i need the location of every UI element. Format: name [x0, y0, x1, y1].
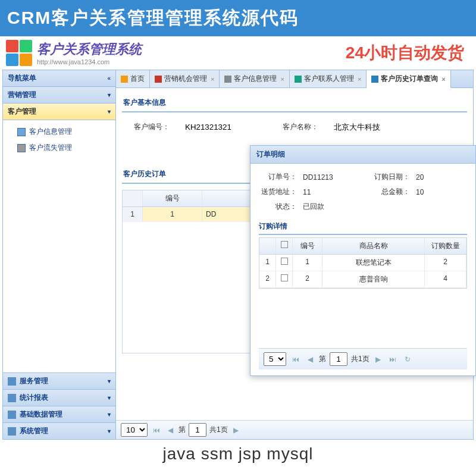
refresh-icon[interactable]: ↻	[402, 354, 413, 365]
home-icon	[121, 76, 128, 83]
row-checkbox[interactable]	[281, 258, 288, 265]
tab-marketing[interactable]: 营销机会管理×	[150, 70, 220, 87]
chevron-down-icon: ▾	[108, 92, 111, 98]
order-items-section: 订购详情	[259, 219, 467, 235]
customer-icon	[224, 76, 231, 83]
logo-url: http://www.java1234.com	[37, 58, 142, 65]
pager-last-icon[interactable]: ⏭	[387, 354, 399, 365]
customer-info-row: 客户编号： 客户名称：	[122, 118, 467, 136]
tab-label: 首页	[130, 74, 145, 84]
page-label: 第	[178, 425, 186, 435]
menu-item-customer-loss[interactable]: 客户流失管理	[3, 140, 115, 156]
top-banner: CRM客户关系管理管理系统源代码	[0, 0, 476, 36]
doc-icon	[17, 128, 26, 136]
page-total: 共1页	[209, 425, 228, 435]
header-row: 客户关系管理系统 http://www.java1234.com 24小时自动发…	[0, 36, 476, 70]
sidebar-section-customer[interactable]: 客户管理 ▾	[3, 104, 115, 120]
dialog-title[interactable]: 订单明细	[250, 146, 475, 164]
pager-prev-icon[interactable]: ◀	[305, 354, 315, 365]
pager-first-icon[interactable]: ⏮	[290, 354, 302, 365]
chevron-down-icon: ▾	[108, 428, 111, 434]
customer-info-section: 客户基本信息	[122, 94, 467, 112]
section-label: 客户管理	[8, 107, 36, 117]
customer-name-label: 客户名称：	[277, 122, 318, 132]
order-no-value: DD11213	[303, 173, 368, 181]
logo-title: 客户关系管理系统	[37, 40, 142, 58]
row-id: 1	[293, 255, 322, 271]
sidebar-spacer	[3, 159, 115, 372]
pager-prev-icon[interactable]: ◀	[165, 425, 176, 436]
section-label: 基础数据管理	[20, 409, 62, 419]
customer-name-value	[330, 121, 414, 133]
customer-code-value	[181, 121, 265, 133]
checkbox-icon[interactable]	[281, 241, 288, 248]
section-label: 系统管理	[20, 426, 48, 436]
pager-first-icon[interactable]: ⏮	[151, 425, 162, 436]
tab-customer-info[interactable]: 客户信息管理×	[220, 70, 289, 87]
close-icon[interactable]: ×	[358, 76, 361, 83]
total-value: 10	[416, 188, 424, 196]
page-input[interactable]	[189, 423, 206, 437]
logo: 客户关系管理系统 http://www.java1234.com	[6, 40, 142, 66]
pager-next-icon[interactable]: ▶	[373, 354, 383, 365]
sidebar-header: 导航菜单 «	[3, 70, 115, 87]
page-size-select[interactable]: 5	[264, 352, 286, 366]
chevron-down-icon: ▾	[108, 394, 111, 401]
contact-icon	[295, 76, 302, 83]
col-id[interactable]: 编号	[143, 190, 202, 206]
dialog-pager: 5 ⏮ ◀ 第 共1页 ▶ ⏭ ↻	[259, 348, 467, 369]
customer-code-label: 客户编号：	[128, 122, 170, 132]
tab-label: 客户历史订单查询	[381, 74, 438, 84]
item-row[interactable]: 2 2 惠普音响 4	[259, 271, 466, 288]
item-row[interactable]: 1 1 联想笔记本 2	[259, 255, 466, 271]
pager-next-icon[interactable]: ▶	[231, 425, 241, 436]
sidebar-section-basedata[interactable]: 基础数据管理▾	[3, 406, 115, 422]
sidebar-section-service[interactable]: 服务管理▾	[3, 372, 115, 389]
sidebar-section-system[interactable]: 系统管理▾	[3, 422, 115, 439]
gear-icon	[8, 427, 16, 436]
page-size-select[interactable]: 10	[121, 423, 148, 437]
tab-history-orders[interactable]: 客户历史订单查询×	[367, 70, 450, 88]
col-index	[123, 190, 143, 206]
menu-item-customer-info[interactable]: 客户信息管理	[3, 124, 115, 140]
close-icon[interactable]: ×	[280, 76, 284, 83]
address-value: 11	[303, 188, 368, 196]
tab-label: 营销机会管理	[164, 74, 207, 84]
row-qty: 4	[425, 271, 466, 287]
col-id[interactable]: 编号	[293, 238, 322, 254]
sidebar-section-reports[interactable]: 统计报表▾	[3, 389, 115, 406]
lock-icon	[17, 144, 26, 152]
row-product: 惠普音响	[322, 271, 425, 287]
row-checkbox[interactable]	[281, 274, 288, 281]
promo-text: 24小时自动发货	[346, 42, 464, 64]
section-label: 服务管理	[20, 376, 48, 386]
tab-label: 客户联系人管理	[304, 74, 354, 84]
menu-item-label: 客户流失管理	[29, 143, 72, 153]
tab-home[interactable]: 首页	[116, 70, 150, 87]
items-grid-header: 编号 商品名称 订购数量	[259, 238, 466, 255]
address-label: 送货地址：	[259, 187, 297, 197]
page-input[interactable]	[330, 352, 347, 366]
chevron-down-icon: ▾	[108, 108, 111, 115]
service-icon	[8, 377, 16, 386]
order-date-label: 订购日期：	[374, 172, 410, 182]
col-index	[259, 238, 276, 254]
close-icon[interactable]: ×	[211, 76, 214, 83]
close-icon[interactable]: ×	[441, 76, 445, 83]
row-qty: 2	[425, 255, 466, 271]
col-qty[interactable]: 订购数量	[425, 238, 466, 254]
row-product: 联想笔记本	[322, 255, 425, 271]
chevron-down-icon: ▾	[108, 378, 111, 384]
col-product[interactable]: 商品名称	[322, 238, 425, 254]
history-icon	[371, 76, 378, 83]
order-date-value: 20	[416, 173, 424, 181]
sidebar-section-marketing[interactable]: 营销管理 ▾	[3, 87, 115, 104]
main-pager: 10 ⏮ ◀ 第 共1页 ▶	[116, 420, 473, 439]
tab-label: 客户信息管理	[234, 74, 277, 84]
col-checkbox[interactable]	[276, 238, 293, 254]
logo-icon	[6, 40, 32, 66]
row-index: 1	[259, 255, 276, 271]
row-id: 1	[143, 207, 202, 221]
collapse-icon[interactable]: «	[107, 75, 111, 82]
tab-contacts[interactable]: 客户联系人管理×	[290, 70, 367, 87]
